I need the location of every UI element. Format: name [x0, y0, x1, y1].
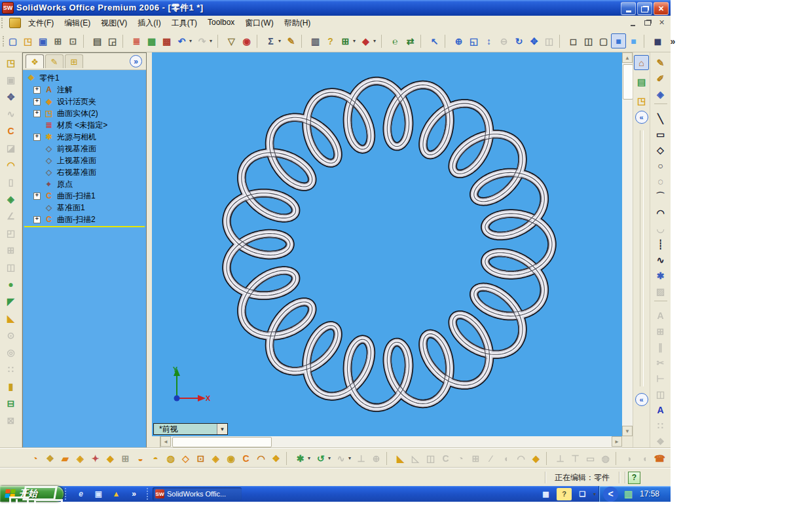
make-drawing-from-part[interactable]: ⊞: [50, 33, 65, 48]
menu-tools[interactable]: 工具(T): [166, 16, 202, 31]
horizontal-scroll-thumb[interactable]: [172, 437, 272, 447]
toolbar-overflow[interactable]: »: [665, 33, 680, 48]
spline-tool-dropdown[interactable]: ▾: [328, 455, 333, 461]
task-pane-collapse-bottom[interactable]: «: [635, 393, 648, 406]
centerline[interactable]: ┊: [653, 236, 668, 252]
zoom-to-area[interactable]: ◱: [466, 33, 481, 48]
edit-color[interactable]: ▦: [144, 33, 159, 48]
view-orientation-dropdown[interactable]: ▼: [217, 424, 227, 434]
rectangle[interactable]: ▭: [653, 126, 668, 141]
design-table[interactable]: ⊞: [338, 33, 353, 48]
swept-surface[interactable]: ▰: [58, 451, 73, 466]
minimize-button[interactable]: [621, 2, 636, 15]
wireframe[interactable]: ◻: [566, 33, 581, 48]
scrollbar-resize-handle[interactable]: [152, 436, 160, 448]
perimeter-circle[interactable]: ◌: [653, 174, 668, 189]
tree-item-annotations-expand[interactable]: +: [33, 86, 41, 94]
3d-sketch[interactable]: ✐: [653, 71, 668, 86]
tab-configurationmanager[interactable]: ⊞: [65, 54, 83, 68]
tree-item-surface-sweep1-expand[interactable]: +: [33, 193, 41, 200]
rollback-tool[interactable]: ☎: [652, 451, 667, 466]
menu-edit[interactable]: 编辑(E): [59, 16, 96, 31]
task-pane-collapse-top[interactable]: «: [635, 111, 648, 124]
vertical-scroll-thumb[interactable]: [623, 64, 633, 100]
edit-texture[interactable]: ▩: [159, 33, 174, 48]
offset-surface[interactable]: ⊞: [118, 451, 133, 466]
make-assembly-from-part[interactable]: ⊡: [65, 33, 81, 48]
extruded-surface[interactable]: ◔: [28, 451, 43, 466]
tree-item-origin[interactable]: ⌖原点: [26, 178, 146, 190]
document-menu-icon[interactable]: [9, 18, 21, 28]
delete-face[interactable]: ⊡: [193, 451, 208, 466]
edrawings-publish[interactable]: ℮: [388, 33, 403, 48]
shadows-in-shaded-mode[interactable]: ◼: [650, 33, 665, 48]
close-button[interactable]: ✕: [654, 2, 669, 15]
help[interactable]: ?: [323, 33, 338, 48]
quicklaunch-show-desktop[interactable]: ▣: [91, 487, 106, 500]
taskpane-library[interactable]: ◳: [634, 93, 649, 108]
color-swatches[interactable]: ≣: [129, 33, 144, 48]
zoom-to-fit[interactable]: ⊕: [451, 33, 466, 48]
radiate-surface[interactable]: ◒: [133, 451, 148, 466]
tree-item-design-binder[interactable]: +◆设计活页夹: [26, 96, 146, 107]
tree-item-annotations[interactable]: +A注解: [26, 84, 146, 96]
tangent-arc[interactable]: ◠: [653, 205, 668, 220]
draft-tool[interactable]: ◣: [3, 310, 18, 326]
knit-surface[interactable]: ◓: [148, 451, 163, 466]
fillet-surface[interactable]: ◣: [393, 451, 408, 466]
mid-surface[interactable]: ◇: [178, 451, 193, 466]
tree-item-surface-bodies[interactable]: +◳曲面实体(2): [26, 107, 146, 119]
vertical-scrollbar[interactable]: ▲ ▼: [622, 52, 633, 436]
freeform[interactable]: ◈: [3, 191, 18, 206]
print[interactable]: ▤: [90, 33, 105, 48]
sketch-point-tool[interactable]: ✱: [293, 451, 308, 466]
shaded-with-edges[interactable]: ■: [611, 33, 626, 48]
scroll-right-button[interactable]: ►: [612, 436, 622, 447]
menu-insert[interactable]: 插入(I): [132, 16, 166, 31]
tree-item-part-root[interactable]: ❖零件1: [26, 72, 146, 84]
app-icon[interactable]: SW: [2, 2, 14, 14]
menubar-grip[interactable]: [1, 18, 6, 28]
edit-part[interactable]: ◳: [3, 55, 18, 70]
tree-item-plane1[interactable]: ◇基准面1: [26, 202, 146, 214]
quicklaunch-overflow[interactable]: »: [126, 487, 141, 500]
graphics-viewport[interactable]: Y X *前视 ▼: [152, 52, 622, 436]
tree-item-lights-cameras[interactable]: +✱光源与相机: [26, 131, 146, 143]
extend-surface[interactable]: ◉: [223, 451, 238, 466]
filled-surface[interactable]: ◍: [163, 451, 178, 466]
feature-statistics[interactable]: ✎: [284, 33, 299, 48]
thicken[interactable]: ❖: [268, 451, 284, 466]
toolbox-browser[interactable]: ◆: [358, 33, 373, 48]
hidden-lines-visible[interactable]: ◫: [581, 33, 596, 48]
chamfer[interactable]: ◤: [3, 293, 18, 309]
new-document[interactable]: ▢: [5, 33, 20, 48]
start-button[interactable]: 开始: [0, 486, 64, 502]
tree-item-surface-sweep2-expand[interactable]: +: [33, 216, 41, 223]
view-orientation-combo[interactable]: *前视 ▼: [153, 423, 228, 435]
toolbar-grip[interactable]: [3, 36, 4, 47]
planar-surface[interactable]: ◆: [103, 451, 118, 466]
tree-item-top-plane[interactable]: ◇上视基准面: [26, 155, 146, 166]
taskpane-home[interactable]: ⌂: [634, 55, 649, 70]
child-minimize-button[interactable]: [627, 17, 639, 28]
centerpoint-arc[interactable]: ⌒: [653, 189, 668, 204]
selection-filter[interactable]: ▽: [224, 33, 239, 48]
model-garter-spring[interactable]: [152, 52, 622, 436]
rollback-bar[interactable]: [24, 226, 145, 227]
revolved-surface[interactable]: ❖: [43, 451, 58, 466]
child-restore-button[interactable]: [641, 17, 654, 28]
child-close-button[interactable]: ✕: [655, 17, 668, 28]
spline[interactable]: ∿: [653, 252, 668, 267]
mirror-body[interactable]: ⊟: [3, 396, 18, 411]
menu-window[interactable]: 窗口(W): [240, 16, 278, 31]
undo[interactable]: ↶: [174, 33, 189, 48]
tree-item-surface-sweep1[interactable]: +C曲面-扫描1: [26, 190, 146, 202]
polygon[interactable]: ◇: [653, 142, 668, 157]
shaded[interactable]: ■: [626, 33, 641, 48]
revolved-boss[interactable]: ✥: [3, 89, 18, 104]
lofted-surface[interactable]: ◈: [73, 451, 88, 466]
tray-window[interactable]: ❏: [575, 488, 590, 500]
dome-surface[interactable]: ◆: [528, 451, 544, 466]
view-pointer[interactable]: ↖: [427, 33, 442, 48]
save[interactable]: ▣: [35, 33, 50, 48]
